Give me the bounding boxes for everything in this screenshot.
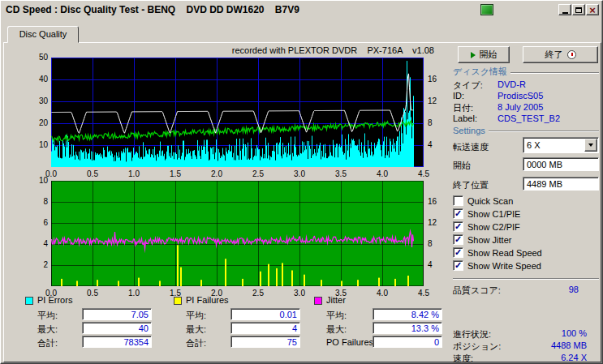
chevron-down-icon <box>588 143 593 147</box>
titlebar-app-icon-1[interactable] <box>480 4 493 15</box>
axis-tick-label: 2 <box>29 260 48 269</box>
section-divider <box>489 131 599 132</box>
transfer-speed-select[interactable]: 6 X <box>523 137 599 153</box>
axis-tick-label: 3.0 <box>287 289 312 298</box>
jitter-legend-swatch <box>314 297 322 305</box>
pi-errors-chart <box>51 58 424 167</box>
start-button-label: 開始 <box>480 49 497 61</box>
checkbox-quick-scan[interactable] <box>453 195 463 206</box>
axis-tick-label: 8 <box>29 197 48 206</box>
axis-tick-label: 3.5 <box>329 289 353 298</box>
stat-row-label: 最大: <box>326 323 347 336</box>
axis-tick-label: 8 <box>428 118 446 127</box>
checkmark-icon: ✓ <box>454 222 462 231</box>
quality-score-value: 98 <box>504 285 579 294</box>
settings-header-label: Settings <box>453 126 485 135</box>
settings-header: Settings <box>453 126 599 135</box>
axis-tick-label: 0.0 <box>39 289 63 298</box>
axis-tick-label: 3.5 <box>329 169 353 178</box>
tab-label: Disc Quality <box>19 29 67 39</box>
axis-tick-label: 1.0 <box>122 289 146 298</box>
window-title: CD Speed : Disc Quality Test - BENQ DVD … <box>6 4 299 15</box>
checkbox-show-c2-pif[interactable]: ✓ <box>453 221 463 232</box>
pi-failures-legend-swatch <box>174 297 182 305</box>
section-divider <box>510 72 599 74</box>
axis-tick-label: 10 <box>29 176 48 185</box>
end-position-input[interactable]: 4489 MB <box>523 177 599 191</box>
axis-tick-label: 1.5 <box>163 169 187 178</box>
minimize-button[interactable] <box>558 4 571 15</box>
close-button[interactable]: × <box>586 4 599 15</box>
axis-tick-label: 16 <box>428 75 446 84</box>
axis-tick-label: 0.5 <box>80 169 105 178</box>
axis-tick-label: 4 <box>428 260 446 269</box>
close-icon: × <box>589 5 596 15</box>
checkbox-show-write-speed[interactable]: ✓ <box>453 260 463 271</box>
axis-tick-label: 4 <box>428 140 446 149</box>
minimize-icon <box>562 12 568 14</box>
maximize-button[interactable] <box>572 4 585 15</box>
stat-row-label: PO Failures: <box>326 337 376 347</box>
tab-disc-quality[interactable]: Disc Quality <box>7 26 79 43</box>
checkbox-label: Show C1/PIE <box>467 209 520 219</box>
checkbox-show-jitter[interactable]: ✓ <box>453 234 463 245</box>
axis-tick-label: 20 <box>29 118 48 127</box>
stat-value: 4 <box>230 322 300 334</box>
axis-tick-label: 12 <box>428 218 446 227</box>
stat-row-label: 平均: <box>37 310 58 322</box>
axis-tick-label: 2.5 <box>246 169 270 178</box>
stat-row-label: 最大: <box>186 323 206 336</box>
dropdown-arrow-button[interactable] <box>584 139 597 152</box>
axis-tick-label: 1.0 <box>122 169 146 178</box>
speed-value: 6.24 X <box>512 353 587 362</box>
position-value: 4488 MB <box>512 340 587 350</box>
start-button[interactable]: 開始 <box>458 46 510 63</box>
transfer-speed-value: 6 X <box>527 140 541 150</box>
exit-button-label: 終了 <box>545 49 563 61</box>
exit-clock-icon <box>567 50 576 59</box>
stat-value: 7.05 <box>82 308 152 320</box>
axis-tick-label: 40 <box>29 75 48 84</box>
checkbox-label: Show Jitter <box>467 235 511 245</box>
stat-value: 0 <box>373 336 442 348</box>
exit-button[interactable]: 終了 <box>523 46 598 63</box>
disc-info-label: ID: <box>453 91 464 101</box>
disc-info-header: ディスク情報 <box>453 66 599 78</box>
disc-info-value: CDS_TEST_B2 <box>497 113 560 123</box>
checkbox-label: Show C2/PIF <box>467 222 520 232</box>
checkmark-icon: ✓ <box>454 209 462 218</box>
disc-info-value: ProdiscS05 <box>497 91 543 101</box>
stat-value: 13.3 % <box>373 322 442 334</box>
checkbox-show-read-speed[interactable]: ✓ <box>453 247 463 258</box>
disc-info-header-label: ディスク情報 <box>453 66 507 78</box>
disc-info-label: タイプ: <box>453 79 483 92</box>
app-window: CD Speed : Disc Quality Test - BENQ DVD … <box>0 0 603 364</box>
checkbox-label: Show Write Speed <box>467 261 541 271</box>
axis-tick-label: 16 <box>428 197 446 206</box>
end-position-label: 終了位置 <box>453 179 489 191</box>
start-position-label: 開始 <box>453 160 471 172</box>
stat-value: 78354 <box>82 336 152 348</box>
checkbox-label: Quick Scan <box>467 196 513 206</box>
recorded-with-text: recorded with PLEXTOR DVDR PX-716A v1.08 <box>196 45 434 55</box>
axis-tick-label: 4.0 <box>370 169 394 178</box>
titlebar: CD Speed : Disc Quality Test - BENQ DVD … <box>1 1 602 11</box>
disc-info-label: Label: <box>453 113 477 123</box>
start-position-input[interactable]: 0000 MB <box>523 157 599 171</box>
start-play-icon <box>471 52 476 58</box>
position-label: ポジション: <box>453 340 501 353</box>
axis-tick-label: 10 <box>29 140 48 149</box>
disc-info-value: 8 July 2005 <box>497 102 543 112</box>
axis-tick-label: 8 <box>428 239 446 248</box>
checkbox-show-c1-pie[interactable]: ✓ <box>453 208 463 219</box>
start-position-value: 0000 MB <box>527 160 562 169</box>
axis-tick-label: 3.0 <box>287 169 312 178</box>
disc-info-value: DVD-R <box>497 79 526 89</box>
axis-tick-label: 4 <box>29 239 48 248</box>
axis-tick-label: 2.0 <box>205 169 229 178</box>
end-position-value: 4489 MB <box>527 179 562 189</box>
maximize-icon <box>575 7 582 13</box>
progress-label: 進行状況: <box>453 328 491 340</box>
checkbox-label: Show Read Speed <box>467 248 542 258</box>
stat-row-label: 最大: <box>37 323 58 336</box>
